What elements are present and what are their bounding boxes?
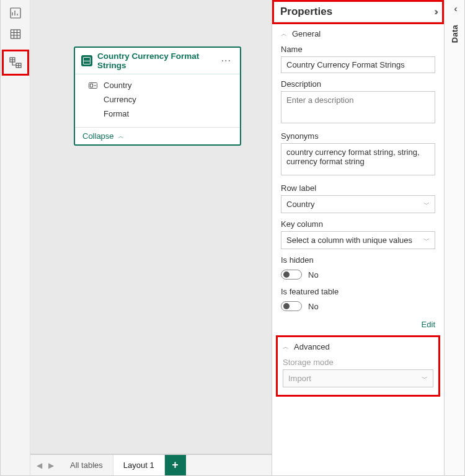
data-panel-label[interactable]: Data bbox=[450, 25, 459, 43]
name-input[interactable] bbox=[281, 56, 435, 73]
field-name: Currency bbox=[104, 95, 136, 104]
svg-rect-1 bbox=[11, 30, 20, 38]
chevron-up-icon: ︿ bbox=[118, 132, 124, 141]
isfeatured-label: Is featured table bbox=[281, 287, 435, 296]
model-canvas[interactable]: Country Currency Format Strings ··· Coun… bbox=[30, 0, 272, 454]
chevron-up-icon: ︿ bbox=[283, 343, 289, 351]
table-field-row[interactable]: Country bbox=[84, 78, 231, 92]
properties-panel: Properties ›› ︿ General Name Description… bbox=[272, 0, 444, 475]
storagemode-select: Import ﹀ bbox=[283, 369, 433, 387]
properties-title: Properties bbox=[280, 6, 332, 18]
tabs-next-button[interactable]: ▶ bbox=[46, 461, 56, 470]
section-advanced-label: Advanced bbox=[294, 342, 330, 351]
report-view-button[interactable] bbox=[4, 4, 27, 22]
isfeatured-toggle[interactable] bbox=[281, 301, 302, 311]
field-name: Country bbox=[104, 81, 132, 90]
chevron-up-icon: ︿ bbox=[281, 30, 287, 38]
model-view-button[interactable] bbox=[9, 56, 22, 69]
chevron-down-icon: ﹀ bbox=[423, 236, 430, 245]
tab-layout-1[interactable]: Layout 1 bbox=[113, 455, 165, 475]
tab-all-tables[interactable]: All tables bbox=[60, 455, 113, 475]
rowlabel-select[interactable]: Country ﹀ bbox=[281, 195, 435, 213]
svg-rect-0 bbox=[11, 8, 20, 18]
ishidden-toggle[interactable] bbox=[281, 270, 302, 280]
synonyms-input[interactable]: country currency format string, string, … bbox=[281, 143, 435, 175]
table-field-row[interactable]: Currency bbox=[84, 92, 231, 107]
svg-rect-5 bbox=[91, 84, 93, 87]
collapse-label: Collapse bbox=[82, 131, 114, 141]
ishidden-text: No bbox=[308, 270, 319, 280]
properties-header-highlight: Properties ›› bbox=[272, 0, 444, 24]
add-layout-button[interactable]: + bbox=[165, 455, 186, 475]
storagemode-value: Import bbox=[288, 374, 311, 383]
data-view-button[interactable] bbox=[4, 25, 27, 43]
section-general-toggle[interactable]: ︿ General bbox=[272, 24, 444, 43]
keycolumn-value: Select a column with unique values bbox=[286, 236, 412, 245]
collapse-toggle[interactable]: Collapse ︿ bbox=[75, 127, 240, 144]
chevron-down-icon: ﹀ bbox=[422, 374, 428, 383]
advanced-section-highlight: ︿ Advanced Storage mode Import ﹀ bbox=[276, 335, 440, 397]
description-input[interactable] bbox=[281, 91, 435, 123]
section-general-label: General bbox=[292, 29, 321, 38]
tabs-prev-button[interactable]: ◀ bbox=[34, 461, 45, 470]
section-advanced-toggle[interactable]: ︿ Advanced bbox=[278, 337, 438, 356]
ishidden-label: Is hidden bbox=[281, 255, 435, 265]
expand-panel-button[interactable]: ›› bbox=[434, 6, 436, 17]
table-icon bbox=[81, 55, 92, 66]
table-card-title: Country Currency Format Strings bbox=[97, 51, 214, 70]
field-name: Format bbox=[104, 109, 129, 118]
storagemode-label: Storage mode bbox=[283, 358, 433, 367]
edit-link[interactable]: Edit bbox=[272, 317, 444, 335]
name-label: Name bbox=[281, 45, 435, 54]
table-more-button[interactable]: ··· bbox=[219, 55, 234, 66]
key-column-icon bbox=[89, 82, 99, 89]
table-field-row[interactable]: Format bbox=[84, 107, 231, 121]
rowlabel-value: Country bbox=[286, 200, 315, 209]
left-view-rail bbox=[1, 0, 30, 475]
data-panel-collapsed: ‹‹ Data bbox=[444, 0, 464, 475]
table-card[interactable]: Country Currency Format Strings ··· Coun… bbox=[74, 46, 241, 146]
expand-data-panel-button[interactable]: ‹‹ bbox=[454, 4, 454, 14]
rowlabel-label: Row label bbox=[281, 183, 435, 193]
chevron-down-icon: ﹀ bbox=[423, 200, 430, 209]
keycolumn-select[interactable]: Select a column with unique values ﹀ bbox=[281, 231, 435, 249]
layout-tab-bar: ◀ ▶ All tables Layout 1 + bbox=[30, 454, 272, 475]
description-label: Description bbox=[281, 79, 435, 89]
isfeatured-text: No bbox=[308, 302, 319, 311]
model-view-highlight bbox=[2, 50, 29, 76]
synonyms-label: Synonyms bbox=[281, 131, 435, 141]
keycolumn-label: Key column bbox=[281, 219, 435, 229]
table-fields: Country Currency Format bbox=[75, 74, 240, 127]
